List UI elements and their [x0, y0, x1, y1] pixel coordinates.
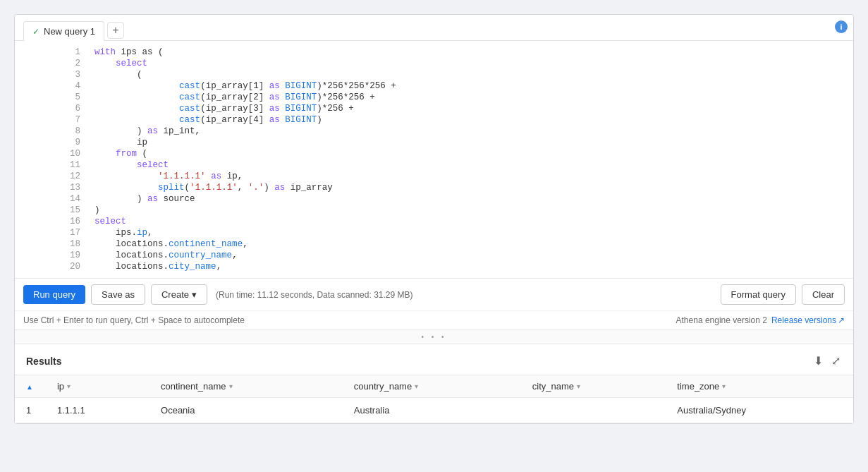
results-actions: ⬇ ⤢ [812, 353, 842, 369]
external-link-icon: ↗ [838, 315, 845, 325]
code-line: 15) [15, 205, 853, 216]
results-header: Results ⬇ ⤢ [15, 344, 853, 375]
continent-sort-icon: ▾ [229, 382, 233, 390]
table-header-row: ▲ ip ▾ continent_name ▾ [15, 375, 853, 398]
add-tab-button[interactable]: + [107, 22, 124, 39]
run-info: (Run time: 11.12 seconds, Data scanned: … [213, 290, 715, 300]
col-header-time-zone[interactable]: time_zone ▾ [666, 375, 853, 398]
col-header-country-name[interactable]: country_name ▾ [343, 375, 521, 398]
release-versions-link[interactable]: Release versions ↗ [771, 315, 845, 325]
code-line: 17 ips.ip, [15, 227, 853, 238]
expand-results-button[interactable]: ⤢ [830, 353, 842, 369]
code-line: 14 ) as source [15, 193, 853, 205]
tabs-bar: ✓ New query 1 + [15, 15, 853, 41]
table-row: 11.1.1.1OceaniaAustraliaAustralia/Sydney [15, 398, 853, 423]
status-bar: Use Ctrl + Enter to run query, Ctrl + Sp… [15, 310, 853, 329]
ip-sort-icon: ▾ [67, 382, 71, 390]
code-line: 9 ip [15, 137, 853, 148]
tab-label: New query 1 [44, 26, 95, 37]
download-icon: ⬇ [814, 355, 823, 367]
sort-asc-icon: ▲ [26, 383, 33, 391]
code-lines: 1with ips as (2 select3 (4 cast(ip_array… [15, 47, 853, 272]
col-header-continent-name[interactable]: continent_name ▾ [149, 375, 343, 398]
resize-handle[interactable]: • • • [15, 329, 853, 344]
status-right: Athena engine version 2 Release versions… [676, 315, 845, 325]
athena-engine-version: Athena engine version 2 [676, 315, 767, 325]
code-line: 6 cast(ip_array[3] as BIGINT)*256 + [15, 103, 853, 114]
results-title: Results [26, 356, 62, 367]
code-line: 8 ) as ip_int, [15, 126, 853, 137]
save-as-button[interactable]: Save as [91, 284, 145, 305]
code-line: 4 cast(ip_array[1] as BIGINT)*256*256*25… [15, 80, 853, 92]
keyboard-hint: Use Ctrl + Enter to run query, Ctrl + Sp… [23, 315, 245, 325]
code-line: 7 cast(ip_array[4] as BIGINT) [15, 114, 853, 126]
download-results-button[interactable]: ⬇ [812, 353, 824, 369]
format-query-button[interactable]: Format query [721, 284, 796, 305]
release-versions-label: Release versions [771, 315, 836, 325]
tab-new-query-1[interactable]: ✓ New query 1 [23, 21, 104, 41]
info-icon[interactable]: i [835, 20, 848, 33]
code-line: 10 from ( [15, 148, 853, 159]
editor-toolbar: Run query Save as Create ▾ (Run time: 11… [15, 278, 853, 310]
code-line: 5 cast(ip_array[2] as BIGINT)*256*256 + [15, 92, 853, 103]
country-sort-icon: ▾ [415, 382, 418, 390]
code-line: 3 ( [15, 69, 853, 80]
code-line: 13 split('1.1.1.1', '.') as ip_array [15, 182, 853, 193]
code-line: 12 '1.1.1.1' as ip, [15, 171, 853, 182]
timezone-sort-icon: ▾ [722, 382, 726, 390]
create-label: Create [161, 289, 189, 300]
city-sort-icon: ▾ [577, 382, 580, 390]
run-query-button[interactable]: Run query [23, 285, 85, 304]
code-line: 2 select [15, 58, 853, 69]
code-line: 16select [15, 216, 853, 227]
col-header-row-num: ▲ [15, 375, 46, 398]
code-line: 20 locations.city_name, [15, 261, 853, 272]
toolbar-right-group: Format query Clear [721, 284, 845, 305]
create-button[interactable]: Create ▾ [151, 284, 207, 305]
code-editor[interactable]: 1with ips as (2 select3 (4 cast(ip_array… [15, 41, 853, 278]
code-line: 11 select [15, 159, 853, 171]
resize-dots: • • • [421, 333, 446, 341]
tab-check-icon: ✓ [32, 27, 39, 37]
expand-icon: ⤢ [831, 355, 841, 367]
code-line: 1with ips as ( [15, 47, 853, 58]
col-header-city-name[interactable]: city_name ▾ [521, 375, 666, 398]
clear-button[interactable]: Clear [802, 284, 845, 305]
results-panel: Results ⬇ ⤢ ▲ ip [15, 344, 853, 423]
results-table: ▲ ip ▾ continent_name ▾ [15, 375, 853, 423]
col-header-ip[interactable]: ip ▾ [46, 375, 149, 398]
code-line: 19 locations.country_name, [15, 250, 853, 261]
create-dropdown-icon: ▾ [192, 289, 197, 300]
code-line: 18 locations.continent_name, [15, 238, 853, 250]
